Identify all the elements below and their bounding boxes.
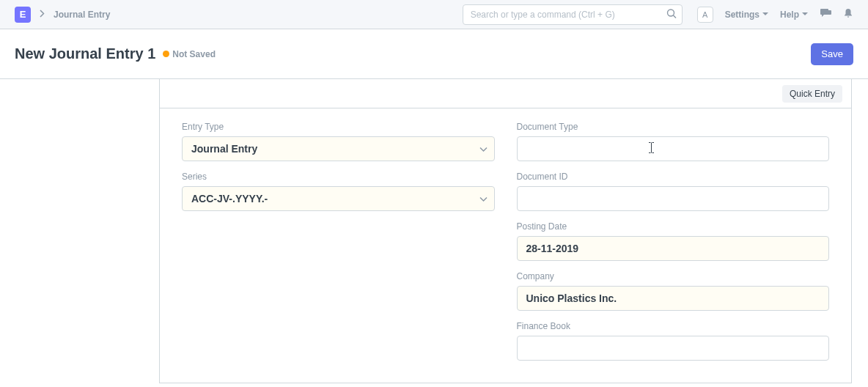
breadcrumb-item[interactable]: Journal Entry	[54, 10, 110, 20]
document-id-control[interactable]	[517, 186, 830, 211]
form-card: Quick Entry Entry Type Series	[159, 79, 852, 383]
field-label: Series	[182, 172, 495, 182]
card-toolbar: Quick Entry	[160, 79, 851, 108]
navbar-right: A Settings Help	[697, 7, 853, 23]
breadcrumb-separator	[40, 9, 45, 20]
company-control[interactable]	[517, 286, 830, 311]
caret-down-icon	[802, 12, 808, 16]
document-type-input[interactable]	[517, 136, 830, 161]
entry-type-select[interactable]	[182, 136, 495, 161]
quick-entry-button[interactable]: Quick Entry	[782, 85, 842, 103]
save-button[interactable]: Save	[811, 43, 853, 65]
settings-label: Settings	[725, 10, 760, 20]
form-col-left: Entry Type Series	[182, 122, 495, 361]
user-avatar[interactable]: A	[697, 7, 713, 23]
field-label: Entry Type	[182, 122, 495, 132]
series-input[interactable]	[182, 186, 495, 211]
company-input[interactable]	[517, 286, 830, 311]
posting-date-input[interactable]	[517, 236, 830, 261]
series-select[interactable]	[182, 186, 495, 211]
field-label: Posting Date	[517, 221, 830, 232]
document-id-input[interactable]	[517, 186, 830, 211]
field-document-type: Document Type	[517, 122, 830, 161]
chat-icon[interactable]	[820, 8, 831, 21]
posting-date-control[interactable]	[517, 236, 830, 261]
global-search	[463, 4, 683, 25]
status-indicator-dot	[163, 51, 169, 57]
page-body: Quick Entry Entry Type Series	[0, 79, 868, 383]
entry-type-input[interactable]	[182, 136, 495, 161]
finance-book-input[interactable]	[517, 336, 830, 361]
app-logo[interactable]: E	[15, 7, 31, 23]
field-label: Finance Book	[517, 321, 830, 331]
svg-point-0	[667, 10, 674, 16]
field-document-id: Document ID	[517, 172, 830, 211]
document-type-control[interactable]	[517, 136, 830, 161]
caret-down-icon	[762, 12, 768, 16]
page-header: New Journal Entry 1 Not Saved Save	[0, 29, 868, 79]
field-series: Series	[182, 172, 495, 211]
svg-line-1	[673, 15, 676, 18]
search-input[interactable]	[463, 4, 683, 25]
field-company: Company	[517, 271, 830, 311]
field-label: Document ID	[517, 172, 830, 182]
form-grid: Entry Type Series	[160, 108, 851, 383]
bell-icon[interactable]	[843, 8, 853, 21]
status-text: Not Saved	[172, 49, 216, 59]
help-menu[interactable]: Help	[780, 10, 808, 20]
search-icon	[666, 8, 677, 21]
field-entry-type: Entry Type	[182, 122, 495, 161]
field-finance-book: Finance Book	[517, 321, 830, 361]
field-label: Company	[517, 271, 830, 281]
finance-book-control[interactable]	[517, 336, 830, 361]
help-label: Help	[780, 10, 799, 20]
field-posting-date: Posting Date	[517, 221, 830, 261]
settings-menu[interactable]: Settings	[725, 10, 768, 20]
chevron-right-icon	[40, 10, 45, 18]
field-label: Document Type	[517, 122, 830, 132]
form-col-right: Document Type Document ID Posti	[517, 122, 830, 361]
navbar: E Journal Entry A Settings Help	[0, 0, 868, 29]
svg-rect-2	[828, 10, 831, 15]
page-title: New Journal Entry 1	[15, 45, 155, 62]
